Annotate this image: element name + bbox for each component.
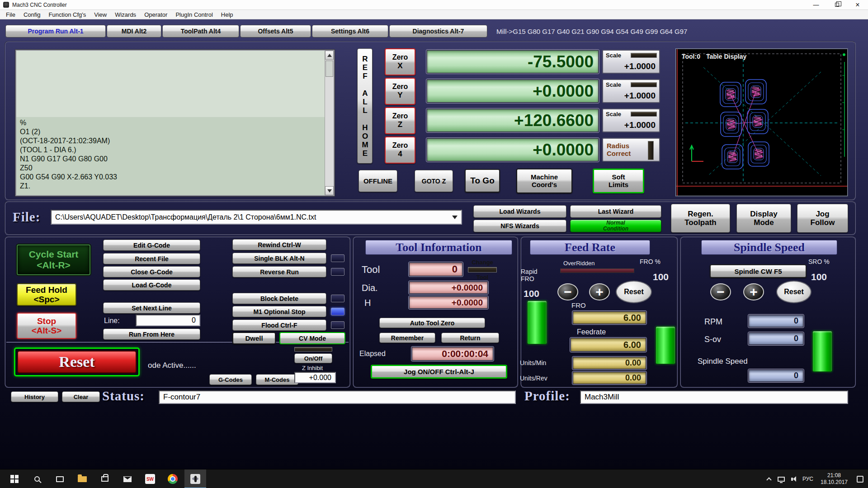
machine-coords-button[interactable]: Machine Coord's xyxy=(516,169,572,193)
rapid-fro-slider[interactable] xyxy=(527,300,547,344)
nfs-wizards-button[interactable]: NFS Wizards xyxy=(473,220,566,232)
radius-correct-slider[interactable] xyxy=(648,141,654,160)
last-wizard-button[interactable]: Last Wizard xyxy=(570,205,661,218)
z-inhibit-slider[interactable] xyxy=(294,347,332,352)
auto-tool-zero-button[interactable]: Auto Tool Zero xyxy=(379,318,485,328)
scroll-thumb[interactable] xyxy=(326,61,333,77)
offline-button[interactable]: OFFLINE xyxy=(359,170,397,192)
feed-minus-button[interactable]: − xyxy=(557,283,578,300)
gcode-scrollbar[interactable] xyxy=(325,51,334,195)
close-button[interactable]: × xyxy=(847,0,868,9)
spindle-plus-button[interactable]: + xyxy=(743,283,764,300)
task-view-button[interactable] xyxy=(49,469,71,488)
display-mode-button[interactable]: Display Mode xyxy=(736,204,791,233)
reverse-run-button[interactable]: Reverse Run xyxy=(232,266,326,277)
single-blk-button[interactable]: Single BLK Alt-N xyxy=(232,253,326,264)
scale-x-value[interactable]: +1.0000 xyxy=(624,61,656,71)
volume-tray-button[interactable] xyxy=(788,469,799,488)
ref-all-home-button[interactable]: REF ALL HOME xyxy=(357,48,373,164)
file-path-dropdown-icon[interactable] xyxy=(452,216,458,219)
scroll-down-button[interactable] xyxy=(325,186,334,195)
menu-item-function-cfgs[interactable]: Function Cfg's xyxy=(45,11,90,18)
load-wizards-button[interactable]: Load Wizards xyxy=(473,205,566,218)
feedrate-dro[interactable]: 6.00 xyxy=(570,338,646,352)
z-inhibit-on-off-button[interactable]: On/Off xyxy=(294,353,332,363)
g-codes-button[interactable]: G-Codes xyxy=(209,374,252,385)
h-dro[interactable]: +0.0000 xyxy=(409,296,488,309)
feed-reset-button[interactable]: Reset xyxy=(616,281,652,303)
tab-toolpath[interactable]: ToolPath Alt4 xyxy=(162,25,239,38)
dro-y[interactable]: +0.0000 xyxy=(426,79,599,103)
scroll-up-button[interactable] xyxy=(325,51,334,60)
tool-number-dro[interactable]: 0 xyxy=(409,262,463,277)
action-center-button[interactable] xyxy=(854,469,866,488)
restore-button[interactable] xyxy=(826,0,847,9)
clock[interactable]: 21:08 18.10.2017 xyxy=(816,469,852,488)
override-bar[interactable] xyxy=(560,268,634,273)
zero-y-button[interactable]: Zero Y xyxy=(385,78,415,105)
fro-dro[interactable]: 6.00 xyxy=(572,311,646,324)
menu-item-config[interactable]: Config xyxy=(19,11,45,18)
spindle-minus-button[interactable]: − xyxy=(710,283,731,300)
start-button[interactable] xyxy=(4,469,25,488)
flood-button[interactable]: Flood Ctrl-F xyxy=(232,319,326,331)
dro-4[interactable]: +0.0000 xyxy=(426,138,599,162)
zero-4-button[interactable]: Zero 4 xyxy=(385,136,415,164)
feedrate-slider[interactable] xyxy=(656,326,675,364)
change-tool-slider[interactable] xyxy=(468,267,497,272)
tab-settings[interactable]: Settings Alt6 xyxy=(312,25,388,38)
reset-button[interactable]: Reset xyxy=(17,351,137,373)
tab-program-run[interactable]: Program Run Alt-1 xyxy=(5,25,106,38)
jog-on-off-button[interactable]: Jog ON/OFF Ctrl-Alt-J xyxy=(371,365,507,379)
zero-z-button[interactable]: Zero Z xyxy=(385,107,415,134)
minimize-button[interactable]: — xyxy=(806,0,826,9)
scale-slider[interactable] xyxy=(631,53,657,58)
load-gcode-button[interactable]: Load G-Code xyxy=(103,279,200,291)
scale-slider[interactable] xyxy=(631,112,657,117)
return-button[interactable]: Return xyxy=(441,333,499,343)
jog-follow-button[interactable]: Jog Follow xyxy=(797,204,848,233)
run-from-here-button[interactable]: Run From Here xyxy=(103,328,200,340)
z-inhibit-field[interactable]: +0.000 xyxy=(294,372,336,383)
menu-item-plugin-control[interactable]: PlugIn Control xyxy=(171,11,217,18)
edit-gcode-button[interactable]: Edit G-Code xyxy=(103,239,200,251)
cv-mode-indicator[interactable]: CV Mode xyxy=(279,332,345,344)
spindle-cw-button[interactable]: Spindle CW F5 xyxy=(710,264,807,278)
m-codes-button[interactable]: M-Codes xyxy=(256,374,298,385)
scale-slider[interactable] xyxy=(631,82,657,87)
clear-button[interactable]: Clear xyxy=(62,391,100,402)
menu-item-wizards[interactable]: Wizards xyxy=(111,11,140,18)
solidworks-button[interactable]: SW xyxy=(139,469,161,488)
close-gcode-button[interactable]: Close G-Code xyxy=(103,266,200,277)
mail-button[interactable] xyxy=(117,469,138,488)
file-path-field[interactable]: C:\Users\AQUADET\Desktop\Трансформация\Д… xyxy=(51,210,462,225)
tray-expand-button[interactable] xyxy=(763,469,775,488)
spindle-slider[interactable] xyxy=(812,331,832,372)
menu-item-operator[interactable]: Operator xyxy=(140,11,171,18)
normal-condition-button[interactable]: Normal Condition xyxy=(570,220,661,232)
feed-plus-button[interactable]: + xyxy=(589,283,610,300)
history-button[interactable]: History xyxy=(11,391,58,402)
network-tray-button[interactable] xyxy=(775,469,788,488)
feed-hold-button[interactable]: Feed Hold <Spc> xyxy=(17,283,76,306)
tab-mdi[interactable]: MDI Alt2 xyxy=(107,25,161,38)
dwell-indicator[interactable]: Dwell xyxy=(232,332,276,344)
scale-z-value[interactable]: +1.0000 xyxy=(624,120,656,130)
remember-button[interactable]: Remember xyxy=(379,333,435,343)
language-indicator[interactable]: РУС xyxy=(799,469,816,488)
file-explorer-button[interactable] xyxy=(71,469,93,488)
menu-item-help[interactable]: Help xyxy=(217,11,237,18)
tab-diagnostics[interactable]: Diagnostics Alt-7 xyxy=(389,25,487,38)
m1-optional-stop-button[interactable]: M1 Optional Stop xyxy=(232,306,326,317)
regen-toolpath-button[interactable]: Regen. Toolpath xyxy=(671,204,730,233)
menu-item-view[interactable]: View xyxy=(90,11,111,18)
block-delete-button[interactable]: Block Delete xyxy=(232,293,326,304)
gcode-window[interactable]: % O1 (2) (OCT-18-2017-21:02:39AM) (TOOL … xyxy=(15,50,335,196)
zero-x-button[interactable]: Zero X xyxy=(385,48,415,75)
recent-file-button[interactable]: Recent File xyxy=(103,253,200,264)
set-next-line-button[interactable]: Set Next Line xyxy=(103,302,200,314)
cycle-start-button[interactable]: Cycle Start <Alt-R> xyxy=(17,244,90,275)
menu-item-file[interactable]: File xyxy=(2,11,19,18)
rewind-button[interactable]: Rewind Ctrl-W xyxy=(232,239,326,250)
dro-z[interactable]: +120.6600 xyxy=(426,108,599,132)
